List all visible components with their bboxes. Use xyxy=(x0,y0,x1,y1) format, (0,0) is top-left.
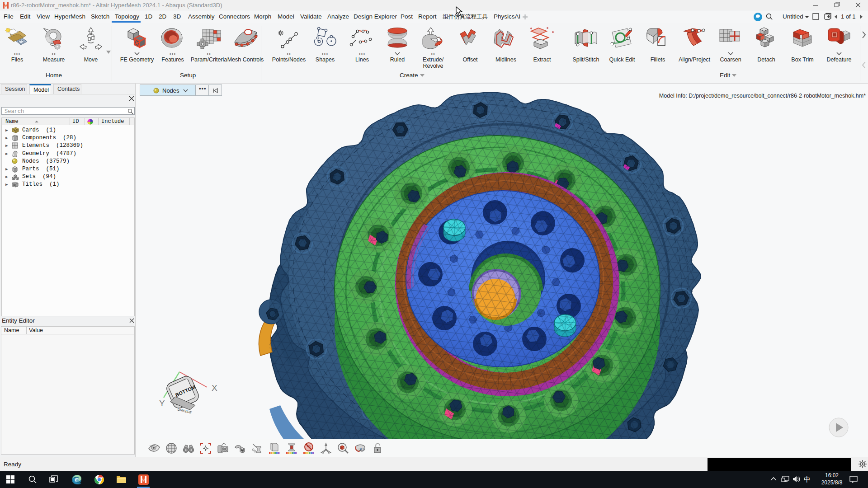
svg-text:3D: 3D xyxy=(359,447,364,451)
svg-text:Y: Y xyxy=(159,399,165,408)
svg-text:X: X xyxy=(212,383,217,393)
